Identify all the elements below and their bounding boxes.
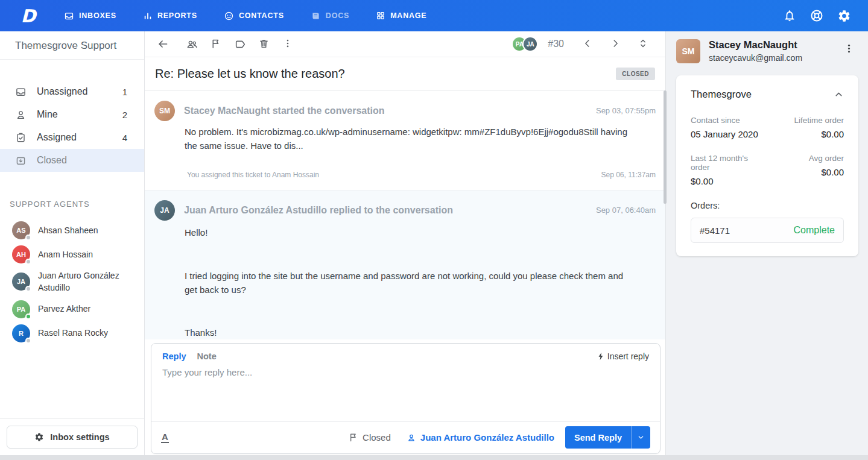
reply-assignee-name: Juan Arturo González Astudillo bbox=[420, 432, 554, 443]
inbox-settings-button[interactable]: Inbox settings bbox=[7, 426, 138, 449]
stat-label: Lifetime order bbox=[767, 116, 844, 125]
stat-value: $0.00 bbox=[767, 129, 844, 139]
ticket-title: Re: Please let us know the reason? bbox=[155, 67, 345, 81]
contact-header: SM Stacey MacNaught staceycavuk@gmail.co… bbox=[676, 39, 858, 63]
folder-mine[interactable]: Mine 2 bbox=[0, 103, 144, 126]
reply-footer: A Closed Juan Arturo González Astudillo … bbox=[151, 421, 660, 453]
top-navbar: D INBOXES REPORTS CONTACTS DOCS bbox=[0, 0, 868, 31]
next-ticket-icon[interactable] bbox=[610, 38, 622, 50]
order-row[interactable]: #54171 Complete bbox=[691, 218, 844, 243]
stat-label: Contact since bbox=[691, 116, 767, 125]
text-format-icon[interactable]: A bbox=[161, 432, 169, 443]
agent-name: Anam Hossain bbox=[38, 248, 93, 260]
status-badge: CLOSED bbox=[616, 68, 655, 80]
bell-icon[interactable] bbox=[783, 9, 796, 22]
contact-panel: SM Stacey MacNaught staceycavuk@gmail.co… bbox=[665, 31, 868, 455]
reply-assignee-selector[interactable]: Juan Arturo González Astudillo bbox=[407, 432, 554, 443]
nav-item-contacts[interactable]: CONTACTS bbox=[224, 11, 284, 21]
message-time: Sep 03, 07:55pm bbox=[596, 101, 656, 115]
scrollbar-thumb[interactable] bbox=[664, 90, 667, 204]
stat-value: $0.00 bbox=[767, 167, 844, 177]
agent-name: Ahsan Shaheen bbox=[38, 224, 98, 236]
toolbar-right: PA JA #30 bbox=[512, 36, 656, 52]
tab-note[interactable]: Note bbox=[197, 351, 217, 361]
folder-count: 2 bbox=[122, 110, 127, 120]
agent-rasel-rana-rocky[interactable]: R Rasel Rana Rocky bbox=[0, 321, 144, 345]
more-vertical-icon[interactable] bbox=[282, 38, 294, 50]
person-icon bbox=[407, 433, 416, 443]
support-agents-header: SUPPORT AGENTS bbox=[10, 200, 144, 209]
avatar-initials: PA bbox=[17, 306, 25, 313]
ticket-view: PA JA #30 Re: Please let us know the rea… bbox=[145, 31, 665, 455]
avatar: JA bbox=[522, 36, 538, 52]
gear-icon[interactable] bbox=[837, 9, 851, 23]
stat-label: Last 12 month's order bbox=[691, 154, 767, 172]
avatar: PA bbox=[12, 300, 30, 318]
expand-collapse-icon[interactable] bbox=[638, 38, 650, 50]
reply-textarea[interactable] bbox=[162, 367, 649, 418]
watcher-avatars: PA JA bbox=[512, 36, 538, 52]
chevron-up-icon[interactable] bbox=[834, 89, 844, 99]
nav-item-docs[interactable]: DOCS bbox=[311, 11, 349, 21]
agent-ahsan-shaheen[interactable]: AS Ahsan Shaheen bbox=[0, 218, 144, 242]
folder-assigned[interactable]: Assigned 4 bbox=[0, 126, 144, 149]
nav-item-reports[interactable]: REPORTS bbox=[143, 11, 197, 20]
reply-status-selector[interactable]: Closed bbox=[348, 432, 391, 443]
system-event-text: You assigned this ticket to Anam Hossain bbox=[187, 171, 319, 179]
agent-parvez-akther[interactable]: PA Parvez Akther bbox=[0, 297, 144, 321]
agent-anam-hossain[interactable]: AH Anam Hossain bbox=[0, 242, 144, 266]
agent-name: Parvez Akther bbox=[38, 303, 90, 315]
navbar-right bbox=[783, 8, 868, 23]
nav-label: INBOXES bbox=[79, 11, 116, 20]
inbox-settings-label: Inbox settings bbox=[50, 432, 109, 442]
main-menu: INBOXES REPORTS CONTACTS DOCS MANAGE bbox=[64, 11, 427, 21]
app-logo[interactable]: D bbox=[18, 5, 39, 26]
reply-tabs: Reply Note Insert reply bbox=[151, 344, 660, 364]
trash-icon[interactable] bbox=[258, 38, 270, 50]
avatar-initials: JA bbox=[527, 41, 534, 48]
grid-icon bbox=[376, 11, 385, 20]
orders-label: Orders: bbox=[691, 201, 844, 210]
insert-reply-label: Insert reply bbox=[607, 351, 649, 361]
nav-item-manage[interactable]: MANAGE bbox=[376, 11, 426, 20]
status-dot bbox=[25, 259, 31, 265]
prev-ticket-icon[interactable] bbox=[582, 38, 594, 50]
nav-label: REPORTS bbox=[157, 11, 197, 20]
assign-agents-icon[interactable] bbox=[186, 38, 198, 50]
agent-name: Rasel Rana Rocky bbox=[38, 327, 108, 339]
tab-reply[interactable]: Reply bbox=[162, 351, 186, 361]
message-paragraph: Hello! bbox=[185, 225, 636, 239]
nav-label: MANAGE bbox=[390, 11, 426, 20]
nav-label: DOCS bbox=[326, 11, 349, 20]
ticket-toolbar: PA JA #30 bbox=[145, 31, 665, 57]
label-icon[interactable] bbox=[234, 38, 246, 50]
nav-item-inboxes[interactable]: INBOXES bbox=[64, 11, 116, 21]
flag-icon[interactable] bbox=[210, 38, 222, 50]
message-header: Stacey MacNaught started the conversatio… bbox=[184, 101, 385, 116]
avatar-initials: AH bbox=[16, 251, 26, 258]
folder-closed[interactable]: Closed bbox=[0, 149, 144, 172]
help-lifebuoy-icon[interactable] bbox=[809, 8, 824, 23]
business-name: Themesgrove bbox=[691, 89, 752, 100]
folder-list: Unassigned 1 Mine 2 Assigned 4 bbox=[0, 80, 144, 172]
system-event-time: Sep 06, 11:37am bbox=[601, 171, 656, 179]
flag-icon bbox=[348, 432, 358, 443]
folder-unassigned[interactable]: Unassigned 1 bbox=[0, 80, 144, 103]
contact-name: Stacey MacNaught bbox=[709, 39, 802, 51]
inbox-icon bbox=[15, 86, 27, 98]
insert-reply-button[interactable]: Insert reply bbox=[597, 351, 649, 361]
send-reply-label: Send Reply bbox=[565, 433, 631, 443]
send-reply-button[interactable]: Send Reply bbox=[565, 426, 650, 449]
folder-label: Mine bbox=[37, 109, 58, 120]
back-icon[interactable] bbox=[157, 38, 169, 50]
status-dot bbox=[25, 286, 31, 292]
person-icon bbox=[15, 109, 27, 121]
more-vertical-icon[interactable] bbox=[843, 39, 858, 54]
inbox-icon bbox=[64, 11, 74, 21]
agent-juan-arturo[interactable]: JA Juan Arturo González Astudillo bbox=[0, 266, 144, 297]
stat-contact-since: Contact since 05 January 2020 bbox=[691, 116, 767, 139]
avatar: JA bbox=[154, 200, 175, 221]
chevron-down-icon[interactable] bbox=[632, 426, 650, 449]
sidebar-footer: Inbox settings bbox=[0, 418, 144, 455]
avatar-initials: SM bbox=[159, 107, 170, 115]
